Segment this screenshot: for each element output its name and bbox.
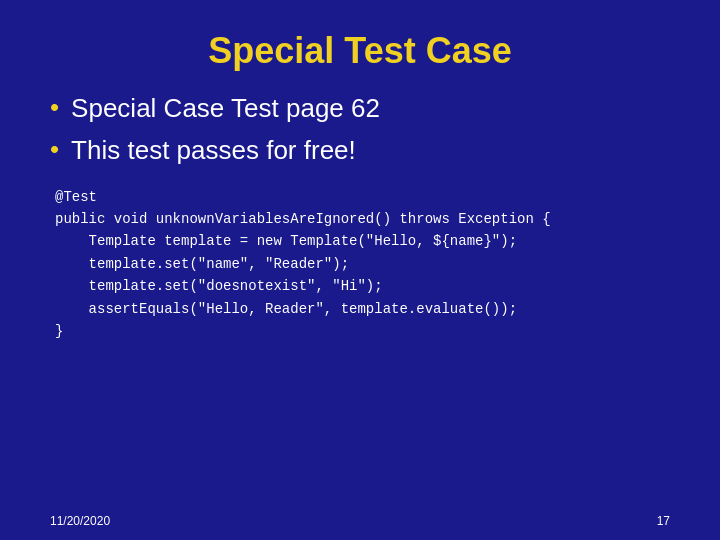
code-line-1: @Test bbox=[55, 186, 670, 208]
footer-date: 11/20/2020 bbox=[50, 514, 110, 528]
list-item: • This test passes for free! bbox=[50, 134, 670, 168]
code-line-5: template.set("doesnotexist", "Hi"); bbox=[55, 275, 670, 297]
list-item: • Special Case Test page 62 bbox=[50, 92, 670, 126]
bullet-text-1: Special Case Test page 62 bbox=[71, 92, 380, 126]
bullet-text-2: This test passes for free! bbox=[71, 134, 356, 168]
bullet-list: • Special Case Test page 62 • This test … bbox=[50, 92, 670, 168]
footer-page: 17 bbox=[657, 514, 670, 528]
code-line-4: template.set("name", "Reader"); bbox=[55, 253, 670, 275]
slide: Special Test Case • Special Case Test pa… bbox=[0, 0, 720, 540]
code-block: @Test public void unknownVariablesAreIgn… bbox=[50, 186, 670, 343]
bullet-icon: • bbox=[50, 134, 59, 165]
slide-footer: 11/20/2020 17 bbox=[50, 514, 670, 528]
code-line-6: assertEquals("Hello, Reader", template.e… bbox=[55, 298, 670, 320]
code-line-7: } bbox=[55, 320, 670, 342]
code-line-2: public void unknownVariablesAreIgnored()… bbox=[55, 208, 670, 230]
bullet-icon: • bbox=[50, 92, 59, 123]
code-line-3: Template template = new Template("Hello,… bbox=[55, 230, 670, 252]
slide-title: Special Test Case bbox=[50, 30, 670, 72]
